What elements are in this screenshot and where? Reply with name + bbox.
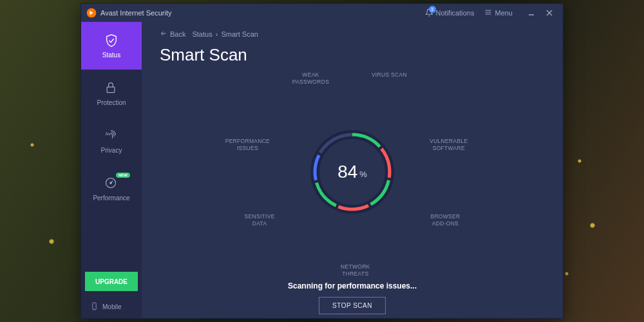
category-network-threats: NETWORKTHREATS — [341, 263, 370, 278]
scan-progress-area: 84 % VIRUS SCAN VULNERABLESOFTWARE BROWS… — [160, 65, 545, 279]
sidebar-item-performance[interactable]: NEW Performance — [81, 165, 142, 213]
stop-scan-label: STOP SCAN — [332, 302, 372, 309]
percent-value: 84 — [337, 162, 357, 182]
close-button[interactable] — [541, 6, 558, 19]
category-browser-addons: BROWSERADD-ONS — [430, 213, 460, 227]
lock-icon — [104, 81, 118, 95]
back-label: Back — [170, 30, 185, 38]
upgrade-label: UPGRADE — [95, 278, 128, 285]
category-performance-issues: PERFORMANCEISSUES — [225, 138, 270, 152]
category-vulnerable-software: VULNERABLESOFTWARE — [430, 138, 468, 152]
svg-rect-7 — [107, 87, 115, 92]
arrow-left-icon — [160, 30, 167, 39]
category-virus-scan: VIRUS SCAN — [372, 71, 407, 79]
notifications-badge: 3 — [429, 6, 436, 13]
breadcrumb: Back Status › Smart Scan — [160, 22, 545, 46]
new-badge: NEW — [116, 173, 130, 178]
svg-point-9 — [110, 182, 112, 184]
crumb-current: Smart Scan — [221, 30, 258, 38]
crumb-status[interactable]: Status — [192, 30, 212, 38]
category-sensitive-data: SENSITIVEDATA — [245, 213, 275, 227]
app-window: Avast Internet Security 3 Notifications … — [80, 3, 564, 319]
sidebar-item-label: Privacy — [101, 147, 122, 154]
chevron-right-icon: › — [216, 30, 218, 38]
titlebar: Avast Internet Security 3 Notifications … — [81, 4, 563, 22]
app-logo-icon — [86, 8, 97, 18]
notifications-button[interactable]: 3 Notifications — [420, 8, 480, 18]
sidebar-item-label: Status — [102, 52, 120, 59]
hamburger-icon — [484, 8, 492, 17]
sidebar-item-label: Protection — [97, 99, 126, 106]
minimize-button[interactable] — [523, 6, 540, 19]
menu-label: Menu — [495, 9, 513, 17]
percent-symbol: % — [359, 169, 367, 179]
gauge-icon — [104, 176, 118, 191]
mobile-icon — [90, 302, 99, 312]
menu-button[interactable]: Menu — [479, 8, 518, 17]
progress-ring: 84 % — [305, 124, 400, 220]
page-title: Smart Scan — [160, 45, 545, 65]
sidebar-item-protection[interactable]: Protection — [81, 70, 142, 117]
fingerprint-icon — [104, 129, 118, 143]
app-title: Avast Internet Security — [100, 9, 171, 17]
bell-icon: 3 — [425, 8, 433, 18]
upgrade-button[interactable]: UPGRADE — [85, 272, 138, 291]
category-weak-passwords: WEAKPASSWORDS — [292, 71, 329, 86]
main-content: Back Status › Smart Scan Smart Scan — [142, 22, 563, 318]
sidebar-item-mobile[interactable]: Mobile — [81, 295, 142, 318]
sidebar-item-privacy[interactable]: Privacy — [81, 117, 142, 165]
scan-status-text: Scanning for performance issues... — [160, 281, 545, 290]
mobile-label: Mobile — [102, 303, 121, 310]
sidebar-item-status[interactable]: Status — [81, 22, 142, 70]
shield-check-icon — [104, 33, 118, 48]
sidebar-item-label: Performance — [93, 194, 129, 202]
back-button[interactable]: Back — [160, 30, 185, 39]
stop-scan-button[interactable]: STOP SCAN — [319, 297, 386, 314]
progress-percent: 84 % — [305, 124, 400, 220]
notifications-label: Notifications — [436, 9, 475, 17]
sidebar: Status Protection Privacy NEW Performan — [81, 22, 142, 318]
